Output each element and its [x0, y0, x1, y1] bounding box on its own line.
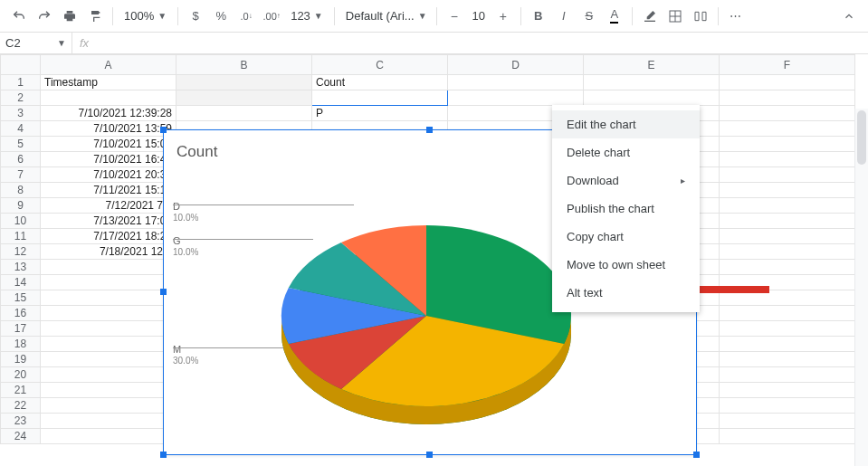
cell[interactable] [584, 90, 720, 106]
cell[interactable] [176, 90, 312, 106]
cell[interactable] [312, 90, 448, 106]
cell[interactable]: 7/10/2021 12:39:28 [41, 106, 176, 121]
cell[interactable] [720, 106, 855, 121]
more-button[interactable]: ⋯ [724, 5, 748, 28]
row-header[interactable]: 4 [1, 121, 41, 137]
cell[interactable]: 7/10/2021 13:59 [41, 121, 176, 137]
cell[interactable]: 7/18/2021 12:4 [41, 244, 176, 260]
borders-button[interactable] [663, 5, 687, 28]
cell[interactable] [720, 383, 855, 398]
cell[interactable] [41, 429, 176, 444]
cell[interactable] [720, 198, 855, 214]
row-header[interactable]: 6 [1, 152, 41, 167]
row-header[interactable]: 19 [1, 352, 41, 367]
fill-color-button[interactable] [638, 5, 662, 28]
italic-button[interactable]: I [552, 5, 576, 28]
row-header[interactable]: 13 [1, 260, 41, 275]
resize-handle[interactable] [426, 452, 433, 458]
row-header[interactable]: 21 [1, 383, 41, 398]
strike-button[interactable]: S [577, 5, 601, 28]
number-format-dropdown[interactable]: 123▼ [285, 9, 329, 23]
row-header[interactable]: 1 [1, 75, 41, 90]
col-header[interactable]: E [584, 55, 720, 75]
redo-button[interactable] [33, 5, 56, 28]
row-header[interactable]: 11 [1, 229, 41, 244]
context-menu-item[interactable]: Edit the chart [552, 110, 700, 138]
resize-handle[interactable] [160, 127, 167, 133]
cell[interactable]: 7/10/2021 15:03 [41, 137, 176, 152]
collapse-toolbar-button[interactable] [837, 5, 861, 28]
row-header[interactable]: 24 [1, 429, 41, 444]
cell[interactable] [720, 244, 855, 260]
cell[interactable] [41, 352, 176, 367]
resize-handle[interactable] [693, 452, 700, 458]
cell[interactable] [720, 414, 855, 429]
row-header[interactable]: 8 [1, 183, 41, 198]
cell[interactable] [720, 167, 855, 183]
undo-button[interactable] [7, 5, 31, 28]
cell[interactable] [41, 290, 176, 306]
cell[interactable] [720, 306, 855, 321]
col-header[interactable]: B [176, 55, 312, 75]
vertical-scrollbar[interactable] [854, 109, 868, 466]
currency-button[interactable]: $ [184, 5, 207, 28]
row-header[interactable]: 14 [1, 275, 41, 290]
cell[interactable] [720, 352, 855, 367]
cell[interactable] [720, 214, 855, 229]
scrollbar-thumb[interactable] [857, 110, 866, 165]
zoom-dropdown[interactable]: 100%▼ [119, 9, 172, 23]
context-menu-item[interactable]: Download▸ [552, 166, 700, 195]
row-header[interactable]: 22 [1, 398, 41, 414]
cell[interactable]: 7/12/2021 7:2 [41, 198, 176, 214]
print-button[interactable] [58, 5, 81, 28]
cell[interactable]: 7/17/2021 18:20 [41, 229, 176, 244]
cell[interactable] [720, 152, 855, 167]
paint-format-button[interactable] [83, 5, 107, 28]
cell[interactable] [720, 367, 855, 383]
bold-button[interactable]: B [527, 5, 550, 28]
resize-handle[interactable] [160, 452, 167, 458]
context-menu-item[interactable]: Delete chart [552, 138, 700, 166]
cell[interactable] [720, 398, 855, 414]
fontsize-input[interactable]: 10 [468, 9, 490, 23]
col-header[interactable]: A [41, 55, 176, 75]
cell[interactable] [720, 137, 855, 152]
row-header[interactable]: 12 [1, 244, 41, 260]
cell[interactable] [720, 260, 855, 275]
cell[interactable] [720, 183, 855, 198]
row-header[interactable]: 20 [1, 367, 41, 383]
cell[interactable]: 7/10/2021 16:48 [41, 152, 176, 167]
cell[interactable] [720, 290, 855, 306]
cell[interactable] [41, 275, 176, 290]
font-dropdown[interactable]: Default (Ari...▼ [340, 9, 431, 23]
row-header[interactable]: 18 [1, 337, 41, 352]
cell[interactable] [41, 398, 176, 414]
merge-button[interactable] [689, 5, 712, 28]
cell[interactable] [448, 90, 584, 106]
cell[interactable] [720, 321, 855, 337]
increase-decimal-button[interactable]: .00↑ [260, 5, 283, 28]
cell[interactable] [41, 337, 176, 352]
percent-button[interactable]: % [209, 5, 233, 28]
row-header[interactable]: 7 [1, 167, 41, 183]
cell[interactable] [41, 321, 176, 337]
cell[interactable]: 7/10/2021 20:30 [41, 167, 176, 183]
row-header[interactable]: 23 [1, 414, 41, 429]
cell[interactable] [720, 75, 855, 90]
cell[interactable]: 7/13/2021 17:03 [41, 214, 176, 229]
context-menu-item[interactable]: Copy chart [552, 223, 700, 251]
col-header[interactable]: D [448, 55, 584, 75]
cell[interactable]: Timestamp [41, 75, 176, 90]
cell[interactable] [720, 337, 855, 352]
corner-cell[interactable] [1, 55, 41, 75]
cell[interactable] [720, 121, 855, 137]
row-header[interactable]: 2 [1, 90, 41, 106]
cell[interactable]: 7/11/2021 15:19 [41, 183, 176, 198]
row-header[interactable]: 15 [1, 290, 41, 306]
context-menu-item[interactable]: Alt text [552, 279, 700, 307]
text-color-button[interactable]: A [603, 5, 626, 28]
cell[interactable] [720, 90, 855, 106]
decrease-decimal-button[interactable]: .0↓ [234, 5, 258, 28]
row-header[interactable]: 5 [1, 137, 41, 152]
cell[interactable] [41, 90, 176, 106]
